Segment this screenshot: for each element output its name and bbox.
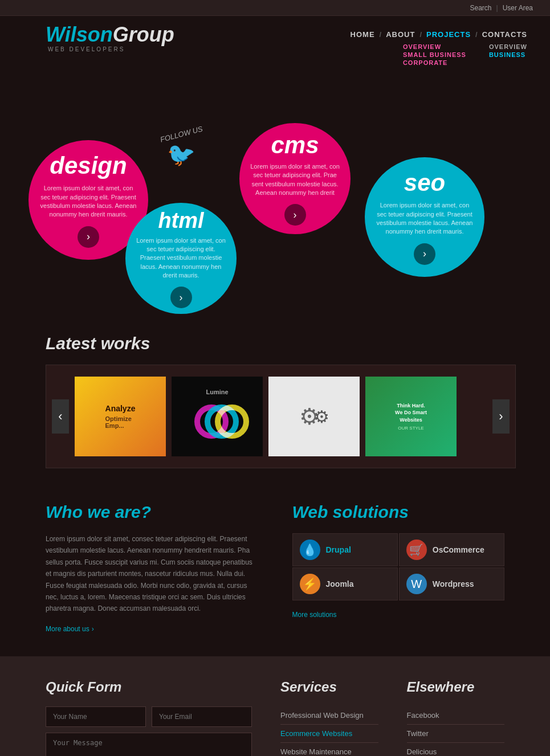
solutions-grid: 💧 Drupal 🛒 OsCommerce ⚡ Joomla W Wordpre… (292, 533, 505, 600)
elsewhere-twitter[interactable]: Twitter (407, 725, 505, 743)
nav-projects[interactable]: PROJECTS (426, 30, 471, 39)
nav-overview-2[interactable]: OVERVIEW (489, 43, 527, 50)
form-name-email-row (46, 706, 252, 727)
oscommerce-icon: 🛒 (406, 540, 427, 560)
logo-sub: WEB DEVELOPERS (48, 46, 174, 52)
logo: WilsonGroup WEB DEVELOPERS (46, 24, 174, 52)
circle-design-title: design (50, 152, 127, 179)
message-textarea[interactable] (46, 733, 252, 756)
joomla-icon: ⚡ (300, 574, 320, 594)
web-solutions-title: Web solutions (292, 502, 505, 522)
bird-icon: 🐦 (160, 141, 203, 168)
nav-home[interactable]: HOME (351, 30, 375, 39)
nav-about[interactable]: ABOUT (386, 30, 415, 39)
search-link[interactable]: Search (470, 4, 491, 12)
solution-joomla[interactable]: ⚡ Joomla (292, 567, 398, 600)
who-we-are-col: Who we are? Lorem ipsum dolor sit amet, … (46, 502, 258, 634)
web-solutions-col: Web solutions 💧 Drupal 🛒 OsCommerce ⚡ Jo… (292, 502, 505, 634)
work-thumb-3[interactable]: ⚙ ⚙ (268, 377, 360, 456)
work-thumb-4-style: OUR STYLE (398, 426, 423, 431)
circle-cms-arrow[interactable]: › (284, 204, 306, 226)
logo-group: Group (113, 23, 174, 46)
work-thumb-4-text: Think Hard.We Do SmartWebsites (395, 402, 427, 424)
solution-oscommerce[interactable]: 🛒 OsCommerce (399, 533, 504, 566)
joomla-label: Joomla (326, 579, 354, 589)
works-next-button[interactable]: › (492, 399, 510, 434)
footer-columns: Quick Form Send Message Services Profess… (46, 679, 504, 756)
work-thumb-1[interactable]: Analyze Optimize Emp... (75, 377, 166, 456)
services-title: Services (280, 679, 378, 695)
footer: Quick Form Send Message Services Profess… (0, 656, 550, 756)
work-thumb-1-text2: Optimize (105, 415, 136, 422)
services-list: Professional Web Design Ecommerce Websit… (280, 706, 378, 756)
work-thumb-1-text3: Emp... (105, 422, 136, 429)
works-prev-button[interactable]: ‹ (52, 399, 69, 434)
wordpress-label: Wordpress (433, 579, 474, 589)
drupal-label: Drupal (326, 545, 351, 554)
circle-design-text: Lorem ipsum dolor sit amet, con sec tetu… (28, 184, 148, 219)
work-thumb-4[interactable]: Think Hard.We Do SmartWebsites OUR STYLE (365, 377, 457, 456)
hero-section: FOLLOW US 🐦 design Lorem ipsum dolor sit… (0, 72, 550, 317)
latest-works-section: Latest works ‹ Analyze Optimize Emp... L… (0, 317, 550, 480)
nav-overview[interactable]: OVERVIEW (403, 43, 466, 50)
oscommerce-label: OsCommerce (433, 545, 484, 554)
circle-seo-text: Lorem ipsum dolor sit amet, con sec tetu… (365, 201, 484, 236)
nav-dropdown-col-left: OVERVIEW SMALL BUSINESS CORPORATE (403, 43, 466, 66)
circle-seo-arrow[interactable]: › (414, 243, 435, 265)
nav-main: HOME / ABOUT / PROJECTS / CONTACTS (351, 30, 527, 39)
logo-wilson: Wilson (46, 23, 113, 46)
logo-text: WilsonGroup (46, 24, 174, 45)
circle-cms-text: Lorem ipsum dolor sit amet, con sec tetu… (239, 162, 351, 198)
nav-business[interactable]: BUSINESS (489, 51, 527, 58)
elsewhere-delicious[interactable]: Delicious (407, 743, 505, 756)
top-bar: Search | User Area (0, 0, 550, 16)
circle-design-arrow[interactable]: › (78, 226, 99, 248)
circle-html-title: html (158, 209, 203, 233)
wordpress-icon: W (406, 574, 427, 594)
header: WilsonGroup WEB DEVELOPERS HOME / ABOUT … (0, 16, 550, 66)
solution-drupal[interactable]: 💧 Drupal (292, 533, 398, 566)
circle-cms: cms Lorem ipsum dolor sit amet, con sec … (239, 123, 351, 234)
navigation: HOME / ABOUT / PROJECTS / CONTACTS OVERV… (351, 24, 527, 66)
nav-dropdown-col-right: OVERVIEW BUSINESS (489, 43, 527, 66)
circle-seo: seo Lorem ipsum dolor sit amet, con sec … (365, 157, 484, 277)
quick-form-col: Quick Form Send Message (46, 679, 252, 756)
top-bar-divider: | (496, 4, 498, 12)
circle-seo-title: seo (404, 169, 445, 197)
quick-form-title: Quick Form (46, 679, 252, 695)
elsewhere-list: Facebook Twitter Delicious Stumbleupon (407, 706, 505, 756)
work-thumb-2[interactable]: Lumine (172, 377, 263, 456)
works-slider: ‹ Analyze Optimize Emp... Lumine (46, 365, 516, 468)
elsewhere-title: Elsewhere (407, 679, 505, 695)
service-professional-web-design[interactable]: Professional Web Design (280, 706, 378, 725)
more-solutions-link[interactable]: More solutions (292, 611, 337, 619)
work-thumb-1-text1: Analyze (105, 404, 136, 413)
service-website-maintenance[interactable]: Website Maintenance (280, 743, 378, 756)
nav-contacts[interactable]: CONTACTS (482, 30, 527, 39)
work-thumb-2-label: Lumine (206, 389, 228, 395)
services-col: Services Professional Web Design Ecommer… (280, 679, 378, 756)
nav-dropdown: OVERVIEW SMALL BUSINESS CORPORATE OVERVI… (403, 43, 527, 66)
circle-html-text: Lorem ipsum dolor sit amet, con sec tetu… (125, 236, 237, 280)
circle-html: html Lorem ipsum dolor sit amet, con sec… (125, 203, 237, 314)
service-ecommerce-websites[interactable]: Ecommerce Websites (280, 725, 378, 743)
who-we-are-title: Who we are? (46, 502, 258, 522)
email-input[interactable] (152, 706, 252, 727)
two-col-section: Who we are? Lorem ipsum dolor sit amet, … (0, 480, 550, 656)
circle-cms-title: cms (271, 132, 319, 159)
drupal-icon: 💧 (300, 540, 320, 560)
nav-corporate[interactable]: CORPORATE (403, 59, 466, 66)
solution-wordpress[interactable]: W Wordpress (399, 567, 504, 600)
name-input[interactable] (46, 706, 146, 727)
circle-html-arrow[interactable]: › (170, 287, 192, 308)
elsewhere-col: Elsewhere Facebook Twitter Delicious Stu… (407, 679, 505, 756)
who-we-are-body: Lorem ipsum dolor sit amet, consec tetue… (46, 533, 258, 615)
latest-works-title: Latest works (46, 334, 516, 353)
user-area-link[interactable]: User Area (503, 4, 533, 12)
elsewhere-facebook[interactable]: Facebook (407, 706, 505, 725)
nav-small-business[interactable]: SMALL BUSINESS (403, 51, 466, 58)
bird-follow-area: FOLLOW US 🐦 (160, 129, 203, 168)
more-about-us-link[interactable]: More about us (46, 625, 94, 633)
